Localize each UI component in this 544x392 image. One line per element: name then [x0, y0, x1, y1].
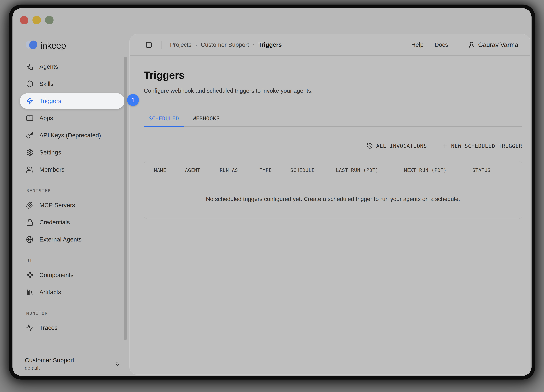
sidebar-item-label: MCP Servers — [39, 202, 75, 209]
header-divider — [458, 41, 458, 49]
users-icon — [26, 166, 33, 173]
project-switcher-text: Customer Support default — [25, 357, 74, 371]
sidebar-item-label: Artifacts — [39, 289, 61, 296]
gear-icon — [26, 149, 33, 156]
lock-icon — [26, 219, 33, 226]
sidebar-item-label: Traces — [39, 324, 58, 331]
component-icon — [26, 271, 33, 279]
sidebar-item-credentials[interactable]: Credentials — [20, 214, 125, 230]
table-empty-state: No scheduled triggers configured yet. Cr… — [144, 179, 522, 219]
sidebar-item-settings[interactable]: Settings — [20, 145, 125, 160]
column-header-status: STATUS — [472, 167, 522, 173]
column-header-type: TYPE — [260, 167, 290, 173]
sidebar-item-api-keys[interactable]: API Keys (Deprecated) — [20, 128, 125, 143]
sidebar-section-ui: UI — [26, 258, 125, 263]
sidebar-item-triggers[interactable]: Triggers — [20, 93, 125, 109]
column-header-last-run: LAST RUN (PDT) — [336, 167, 404, 173]
actions-row: ALL INVOCATIONS NEW SCHEDULED TRIGGER — [144, 143, 522, 149]
sidebar-item-skills[interactable]: Skills — [20, 76, 125, 92]
history-icon — [367, 143, 373, 149]
column-header-run-as: RUN AS — [220, 167, 260, 173]
breadcrumb-projects[interactable]: Projects — [170, 41, 192, 48]
sidebar-section-register: REGISTER — [26, 188, 125, 193]
breadcrumb-customer-support[interactable]: Customer Support — [201, 41, 249, 48]
paperclip-icon — [26, 202, 33, 209]
sidebar-section-monitor: MONITOR — [26, 311, 125, 316]
sidebar-toggle-button[interactable] — [146, 42, 152, 48]
sidebar-item-apps[interactable]: Apps — [20, 110, 125, 126]
all-invocations-button[interactable]: ALL INVOCATIONS — [367, 143, 427, 149]
breadcrumb: Projects › Customer Support › Triggers — [170, 41, 282, 48]
page-title: Triggers — [144, 69, 522, 81]
triggers-table: NAME AGENT RUN AS TYPE SCHEDULE LAST RUN… — [144, 161, 522, 219]
sidebar-item-components[interactable]: Components — [20, 267, 125, 283]
sidebar-item-members[interactable]: Members — [20, 162, 125, 178]
plus-icon — [442, 143, 448, 149]
sidebar-item-external-agents[interactable]: External Agents — [20, 232, 125, 247]
zap-icon — [26, 97, 33, 105]
library-icon — [26, 289, 33, 296]
brand-wordmark: inkeep — [40, 40, 66, 51]
user-name: Gaurav Varma — [478, 41, 518, 48]
docs-link[interactable]: Docs — [434, 41, 448, 48]
breadcrumb-triggers: Triggers — [258, 41, 282, 48]
tab-bar: SCHEDULED WEBHOOKS — [144, 115, 522, 127]
user-menu[interactable]: Gaurav Varma — [468, 41, 518, 48]
sidebar-item-label: API Keys (Deprecated) — [39, 132, 101, 139]
project-switcher[interactable]: Customer Support default — [25, 357, 121, 371]
workflow-icon — [26, 63, 33, 71]
sidebar-item-label: Skills — [39, 81, 53, 87]
panel-left-icon — [146, 42, 152, 48]
panel-header: Projects › Customer Support › Triggers H… — [130, 34, 530, 56]
page-content: Triggers Configure webhook and scheduled… — [130, 56, 530, 374]
page-description: Configure webhook and scheduled triggers… — [144, 87, 522, 94]
sidebar-item-label: Settings — [39, 149, 61, 156]
sidebar-item-label: Components — [39, 272, 74, 279]
hexagon-icon — [26, 80, 33, 88]
tab-webhooks[interactable]: WEBHOOKS — [188, 115, 225, 126]
sidebar-item-mcp-servers[interactable]: MCP Servers — [20, 197, 125, 213]
sidebar-item-label: Members — [39, 166, 65, 173]
all-invocations-label: ALL INVOCATIONS — [376, 143, 427, 149]
breadcrumb-separator: › — [253, 42, 254, 48]
table-header-row: NAME AGENT RUN AS TYPE SCHEDULE LAST RUN… — [144, 161, 522, 179]
empty-state-message: No scheduled triggers configured yet. Cr… — [206, 196, 460, 202]
annotation-marker-1: 1 — [127, 94, 139, 106]
new-scheduled-trigger-button[interactable]: NEW SCHEDULED TRIGGER — [442, 143, 522, 149]
column-header-agent: AGENT — [185, 167, 220, 173]
sidebar: inkeep Agents Skills Triggers Apps API K… — [12, 8, 129, 376]
sidebar-item-traces[interactable]: Traces — [20, 320, 125, 336]
tab-scheduled[interactable]: SCHEDULED — [144, 115, 184, 126]
sidebar-scrollbar[interactable] — [124, 57, 127, 340]
sidebar-item-label: Agents — [39, 63, 58, 70]
sidebar-item-agents[interactable]: Agents — [20, 59, 125, 75]
sidebar-nav: Agents Skills Triggers Apps API Keys (De… — [20, 59, 125, 337]
inkeep-logo[interactable]: inkeep — [25, 39, 66, 52]
main-panel: Projects › Customer Support › Triggers H… — [129, 34, 530, 375]
inkeep-logo-icon — [25, 39, 38, 52]
sidebar-item-label: Apps — [39, 115, 53, 122]
activity-icon — [26, 324, 33, 332]
key-icon — [26, 132, 33, 139]
help-link[interactable]: Help — [411, 41, 423, 48]
sidebar-item-label: External Agents — [39, 236, 82, 243]
new-scheduled-trigger-label: NEW SCHEDULED TRIGGER — [451, 143, 522, 149]
column-header-name: NAME — [154, 167, 185, 173]
user-icon — [468, 41, 475, 48]
header-right: Help Docs Gaurav Varma — [411, 41, 518, 49]
breadcrumb-separator: › — [195, 42, 197, 48]
app-window-icon — [26, 114, 33, 122]
sidebar-item-label: Triggers — [39, 98, 61, 104]
graph-name: default — [25, 365, 74, 371]
sidebar-item-artifacts[interactable]: Artifacts — [20, 285, 125, 300]
project-name: Customer Support — [25, 357, 74, 364]
column-header-schedule: SCHEDULE — [290, 167, 336, 173]
column-header-next-run: NEXT RUN (PDT) — [404, 167, 472, 173]
app-window: inkeep Agents Skills Triggers Apps API K… — [12, 8, 532, 376]
header-divider — [161, 41, 162, 49]
sidebar-item-label: Credentials — [39, 219, 70, 226]
globe-icon — [26, 236, 33, 243]
chevrons-up-down-icon — [114, 361, 121, 367]
